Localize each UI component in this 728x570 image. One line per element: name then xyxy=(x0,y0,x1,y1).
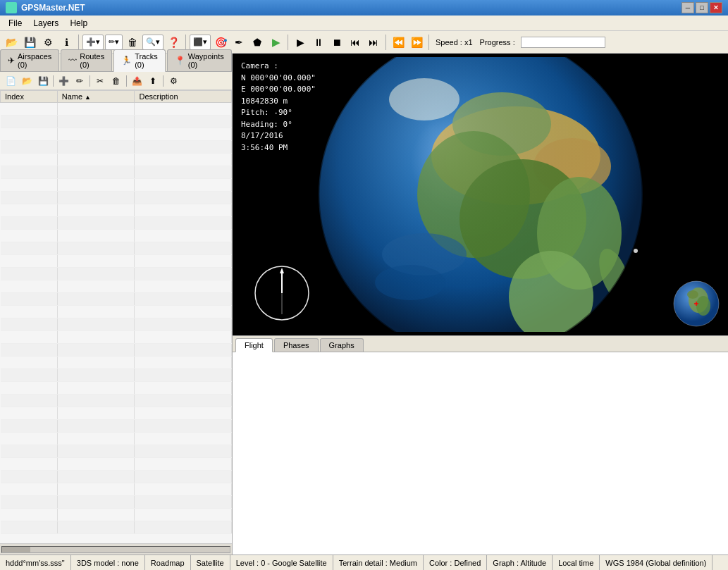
table-row xyxy=(1,407,232,420)
tab-routes[interactable]: 〰 Routes (0) xyxy=(61,49,112,71)
info-button[interactable]: ℹ xyxy=(58,34,75,51)
draw-button[interactable]: ✒ xyxy=(230,34,247,51)
table-row xyxy=(1,521,232,534)
status-wgs: WGS 1984 (Global definition) xyxy=(600,555,712,570)
mini-globe xyxy=(672,279,721,328)
h-scroll[interactable] xyxy=(0,543,232,554)
camera-title: Camera : xyxy=(241,61,316,73)
stop-button[interactable]: ⏹ xyxy=(328,34,345,51)
lt-edit[interactable]: ✏ xyxy=(72,74,87,88)
mini-globe-svg xyxy=(672,279,721,328)
table-row xyxy=(1,420,232,433)
delete-button[interactable]: 🗑 xyxy=(124,34,141,51)
polygon-button[interactable]: ⬟ xyxy=(249,34,266,51)
table-row xyxy=(1,471,232,483)
progress-label: Progress : xyxy=(480,38,515,47)
layer-dropdown[interactable]: ⬛▾ xyxy=(190,35,211,50)
lt-settings[interactable]: ⚙ xyxy=(166,74,181,88)
status-model: 3DS model : none xyxy=(71,555,145,570)
tab-graphs[interactable]: Graphs xyxy=(320,338,364,352)
minimize-button[interactable]: ─ xyxy=(681,2,694,13)
scroll-thumb xyxy=(2,547,30,552)
lt-sep2 xyxy=(90,75,90,87)
menu-layers[interactable]: Layers xyxy=(27,17,64,30)
table-row xyxy=(1,217,232,230)
save-button[interactable]: 💾 xyxy=(21,34,38,51)
left-panel: ✈ Airspaces (0) 〰 Routes (0) 🏃 Tracks (0… xyxy=(0,54,233,554)
edit-dropdown[interactable]: ✏▾ xyxy=(105,35,123,50)
camera-pitch: Pitch: -90° xyxy=(241,107,316,119)
prev-button[interactable]: ⏪ xyxy=(390,34,407,51)
camera-date: 8/17/2016 xyxy=(241,130,316,142)
table-row xyxy=(1,369,232,382)
lt-add[interactable]: ➕ xyxy=(56,74,71,88)
table-row xyxy=(1,509,232,521)
globe-area[interactable]: Camera : N 000°00'00.000" E 000°00'00.00… xyxy=(233,54,728,335)
tabs-row: ✈ Airspaces (0) 〰 Routes (0) 🏃 Tracks (0… xyxy=(0,54,232,72)
camera-lon: E 000°00'00.000" xyxy=(241,84,316,96)
tab-waypoints[interactable]: 📍 Waypoints (0) xyxy=(167,49,232,71)
globe-svg xyxy=(283,57,678,332)
rewind-button[interactable]: ⏮ xyxy=(347,34,364,51)
tab-tracks[interactable]: 🏃 Tracks (0) xyxy=(113,49,166,72)
table-row xyxy=(1,128,232,141)
status-terrain: Terrain detail : Medium xyxy=(333,555,424,570)
svg-point-25 xyxy=(696,296,710,316)
fastforward-button[interactable]: ⏭ xyxy=(365,34,382,51)
tab-flight[interactable]: Flight xyxy=(235,338,273,352)
scroll-track xyxy=(1,546,230,553)
tab-phases[interactable]: Phases xyxy=(274,338,319,352)
menu-help[interactable]: Help xyxy=(64,17,93,30)
status-level: Level : 0 - Google Satellite xyxy=(230,555,333,570)
table-row xyxy=(1,344,232,357)
table-row xyxy=(1,230,232,242)
routes-icon: 〰 xyxy=(68,56,77,66)
camera-info: Camera : N 000°00'00.000" E 000°00'00.00… xyxy=(235,56,321,158)
title-bar: GPSMaster.NET ─ □ ✕ xyxy=(0,0,728,16)
play-button[interactable]: ▶ xyxy=(292,34,309,51)
table-row xyxy=(1,496,232,509)
track-button[interactable]: ▶ xyxy=(267,34,284,51)
table-row xyxy=(1,395,232,407)
lt-open[interactable]: 📂 xyxy=(19,74,35,88)
app-title: GPSMaster.NET xyxy=(21,3,681,13)
table-row xyxy=(1,242,232,255)
svg-point-15 xyxy=(319,57,643,332)
main-layout: ✈ Airspaces (0) 〰 Routes (0) 🏃 Tracks (0… xyxy=(0,54,728,554)
sep5 xyxy=(428,35,429,50)
table-row xyxy=(1,306,232,318)
open-button[interactable]: 📂 xyxy=(3,34,20,51)
add-dropdown[interactable]: ➕▾ xyxy=(82,35,104,50)
tab-airspaces[interactable]: ✈ Airspaces (0) xyxy=(0,49,59,71)
camera-lat: N 000°00'00.000" xyxy=(241,73,316,85)
table-row xyxy=(1,192,232,204)
camera-alt: 10842830 m xyxy=(241,96,316,108)
pause-button[interactable]: ⏸ xyxy=(310,34,327,51)
maximize-button[interactable]: □ xyxy=(696,2,708,13)
table-row xyxy=(1,179,232,192)
lt-export[interactable]: 📤 xyxy=(129,74,144,88)
status-graph: Graph : Altitude xyxy=(487,555,553,570)
lt-delete[interactable]: 🗑 xyxy=(109,74,124,88)
lt-sep1 xyxy=(53,75,54,87)
table-row xyxy=(1,255,232,268)
zoom-dropdown[interactable]: 🔍▾ xyxy=(142,35,164,50)
next-button[interactable]: ⏩ xyxy=(408,34,425,51)
tracks-icon: 🏃 xyxy=(121,56,132,66)
svg-point-16 xyxy=(634,249,638,253)
settings-button[interactable]: ⚙ xyxy=(39,34,56,51)
lt-move-up[interactable]: ⬆ xyxy=(145,74,161,88)
speed-label: Speed : x1 xyxy=(436,38,473,47)
table-row xyxy=(1,204,232,217)
menu-file[interactable]: File xyxy=(3,17,27,30)
menu-bar: File Layers Help xyxy=(0,16,728,31)
sep1 xyxy=(78,35,79,50)
lt-new[interactable]: 📄 xyxy=(3,74,18,88)
lt-save[interactable]: 💾 xyxy=(35,74,51,88)
help-button[interactable]: ❓ xyxy=(165,34,182,51)
target-button[interactable]: 🎯 xyxy=(212,34,229,51)
left-toolbar: 📄 📂 💾 ➕ ✏ ✂ 🗑 📤 ⬆ ⚙ xyxy=(0,72,232,90)
lt-cut[interactable]: ✂ xyxy=(92,74,108,88)
table-row xyxy=(1,458,232,471)
close-button[interactable]: ✕ xyxy=(710,2,722,13)
